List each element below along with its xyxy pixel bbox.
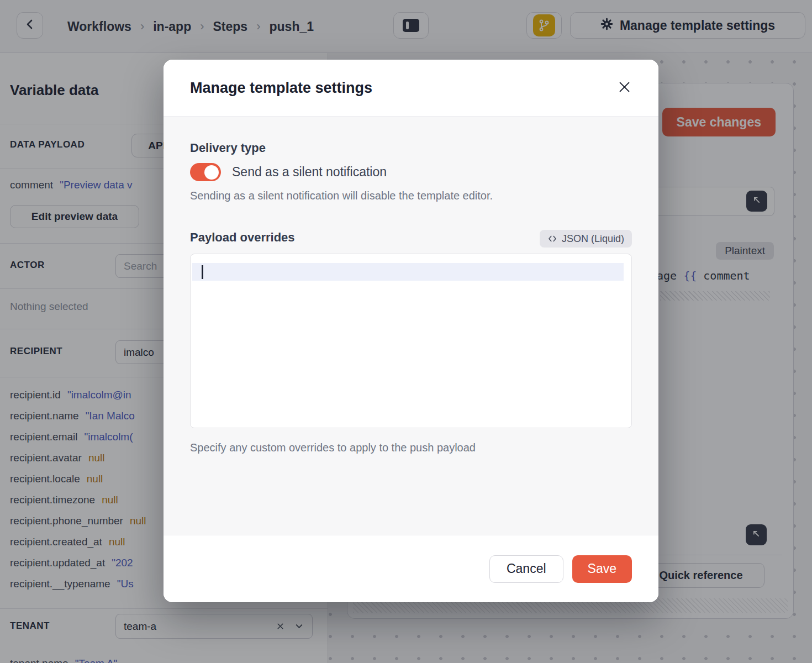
close-icon	[617, 80, 632, 96]
text-cursor	[202, 265, 203, 279]
delivery-helper-text: Sending as a silent notification will di…	[190, 190, 493, 202]
toggle-knob	[204, 165, 219, 180]
delivery-toggle-row: Send as a silent notification	[190, 163, 387, 181]
payload-helper-text: Specify any custom overrides to apply to…	[190, 441, 476, 454]
toggle-label: Send as a silent notification	[232, 165, 387, 180]
modal-title: Manage template settings	[190, 80, 614, 97]
app: Workflows › in-app › Steps › push_1 Mana…	[0, 0, 812, 663]
manage-template-settings-modal: Manage template settings Delivery type S…	[164, 60, 658, 602]
modal-header: Manage template settings	[164, 60, 658, 116]
editor-active-line	[192, 263, 624, 281]
code-icon	[547, 234, 557, 244]
payload-overrides-heading: Payload overrides	[190, 230, 295, 245]
close-button[interactable]	[614, 78, 634, 98]
cancel-button[interactable]: Cancel	[489, 555, 563, 583]
json-liquid-badge: JSON (Liquid)	[540, 230, 632, 248]
delivery-type-heading: Delivery type	[190, 141, 266, 155]
modal-body: Delivery type Send as a silent notificat…	[164, 116, 658, 528]
modal-footer: Cancel Save	[164, 535, 658, 602]
payload-overrides-editor[interactable]	[190, 254, 632, 428]
save-button[interactable]: Save	[572, 555, 632, 583]
json-liquid-badge-label: JSON (Liquid)	[562, 233, 624, 245]
silent-notification-toggle[interactable]	[190, 163, 221, 181]
